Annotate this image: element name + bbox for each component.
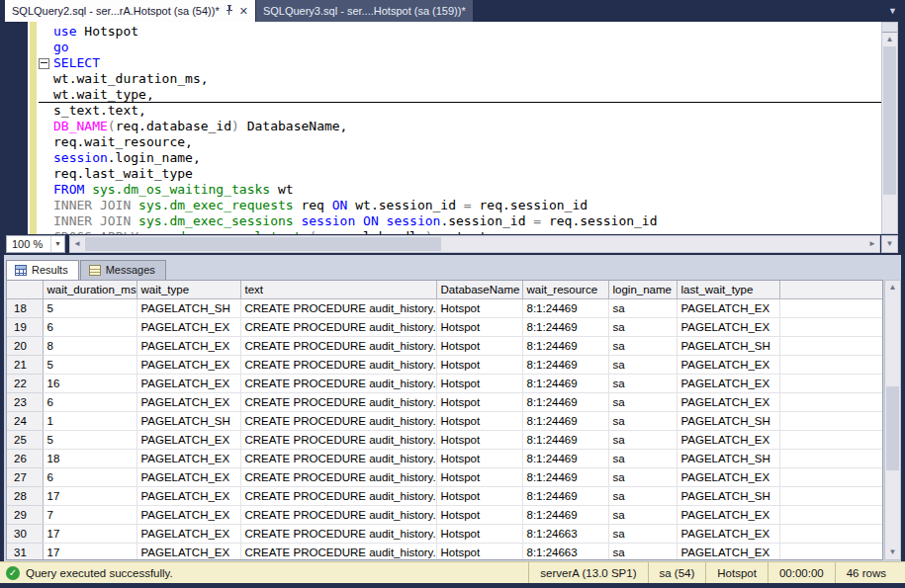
chevron-down-icon[interactable]: ▼ — [50, 236, 64, 252]
grid-cell[interactable]: PAGELATCH_SH — [677, 411, 779, 430]
grid-cell[interactable]: Hotspot — [436, 411, 522, 430]
grid-cell[interactable]: 17 — [43, 543, 136, 560]
row-number[interactable]: 21 — [7, 355, 43, 374]
grid-cell[interactable]: PAGELATCH_EX — [677, 392, 779, 411]
grid-cell[interactable]: Hotspot — [436, 486, 522, 505]
grid-cell[interactable]: sa — [608, 374, 677, 392]
grid-cell[interactable]: PAGELATCH_EX — [677, 430, 779, 449]
grid-cell[interactable]: PAGELATCH_EX — [136, 430, 240, 449]
grid-cell[interactable]: 5 — [43, 430, 136, 449]
grid-cell[interactable]: 8:1:24663 — [522, 524, 608, 543]
column-header[interactable]: DatabaseName — [436, 281, 522, 298]
grid-cell[interactable]: CREATE PROCEDURE audit_history... — [240, 524, 436, 543]
grid-cell[interactable]: PAGELATCH_EX — [136, 336, 240, 355]
grid-cell[interactable]: Hotspot — [436, 336, 522, 355]
grid-cell[interactable]: sa — [608, 298, 677, 317]
grid-cell[interactable]: PAGELATCH_SH — [677, 336, 779, 355]
grid-cell[interactable]: PAGELATCH_EX — [677, 467, 779, 486]
row-number[interactable]: 29 — [7, 505, 43, 524]
grid-cell[interactable]: sa — [608, 486, 677, 505]
grid-cell[interactable]: 5 — [43, 355, 136, 374]
grid-cell[interactable]: CREATE PROCEDURE audit_history... — [240, 411, 436, 430]
grid-cell[interactable]: PAGELATCH_SH — [136, 411, 240, 430]
grid-cell[interactable]: PAGELATCH_EX — [136, 486, 240, 505]
pin-icon[interactable] — [225, 5, 234, 18]
row-number[interactable]: 31 — [7, 543, 43, 560]
grid-cell[interactable]: PAGELATCH_EX — [136, 467, 240, 486]
column-header[interactable]: wait_type — [136, 281, 240, 298]
grid-cell[interactable]: 8:1:24469 — [522, 317, 608, 336]
grid-cell[interactable]: PAGELATCH_EX — [136, 392, 240, 411]
grid-cell[interactable]: PAGELATCH_EX — [136, 543, 240, 560]
grid-cell[interactable]: 8:1:24469 — [522, 505, 608, 524]
grid-cell[interactable]: Hotspot — [436, 392, 522, 411]
grid-cell[interactable]: 8:1:24469 — [522, 298, 608, 317]
grid-cell[interactable]: PAGELATCH_EX — [677, 543, 779, 560]
tab-messages[interactable]: Messages — [80, 260, 166, 280]
grid-cell[interactable]: CREATE PROCEDURE audit_history... — [240, 505, 436, 524]
grid-cell[interactable]: Hotspot — [436, 355, 522, 374]
tab-sqlquery3[interactable]: SQLQuery3.sql - ser....Hotspot (sa (159)… — [256, 0, 473, 22]
tab-results[interactable]: Results — [6, 260, 79, 280]
grid-cell[interactable]: PAGELATCH_EX — [677, 374, 779, 392]
grid-cell[interactable]: 8:1:24469 — [522, 467, 608, 486]
row-number[interactable]: 28 — [7, 486, 43, 505]
code-editor-lines[interactable]: use HotspotgoSELECTwt.wait_duration_ms,w… — [39, 24, 881, 234]
code-editor[interactable]: use HotspotgoSELECTwt.wait_duration_ms,w… — [28, 22, 881, 234]
grid-cell[interactable]: CREATE PROCEDURE audit_history... — [240, 336, 436, 355]
grid-cell[interactable]: PAGELATCH_EX — [136, 524, 240, 543]
grid-cell[interactable]: 8:1:24469 — [522, 411, 608, 430]
scrollbar-thumb[interactable] — [883, 46, 896, 195]
row-number[interactable]: 25 — [7, 430, 43, 449]
grid-cell[interactable]: CREATE PROCEDURE audit_history... — [240, 449, 436, 467]
row-number[interactable]: 18 — [7, 298, 43, 317]
grid-cell[interactable]: CREATE PROCEDURE audit_history... — [240, 298, 436, 317]
grid-cell[interactable]: Hotspot — [436, 449, 522, 467]
grid-cell[interactable]: 16 — [43, 374, 136, 392]
grid-cell[interactable]: sa — [608, 336, 677, 355]
grid-cell[interactable]: 5 — [43, 298, 136, 317]
grid-cell[interactable]: CREATE PROCEDURE audit_history... — [240, 467, 436, 486]
column-header[interactable]: last_wait_type — [677, 281, 779, 298]
tab-list-chevron-icon[interactable]: ▼ — [888, 6, 897, 16]
grid-cell[interactable]: 8:1:24469 — [522, 336, 608, 355]
grid-cell[interactable]: CREATE PROCEDURE audit_history... — [240, 355, 436, 374]
grid-cell[interactable]: sa — [608, 543, 677, 560]
row-number[interactable]: 22 — [7, 374, 43, 392]
grid-cell[interactable]: Hotspot — [436, 374, 522, 392]
grid-cell[interactable]: sa — [608, 411, 677, 430]
grid-cell[interactable]: CREATE PROCEDURE audit_history... — [240, 317, 436, 336]
grid-vertical-scrollbar[interactable]: ▲ ▼ — [884, 280, 901, 560]
grid-cell[interactable]: PAGELATCH_EX — [136, 449, 240, 467]
grid-cell[interactable]: 8:1:24469 — [522, 449, 608, 467]
grid-cell[interactable]: PAGELATCH_EX — [136, 374, 240, 392]
grid-cell[interactable]: sa — [608, 449, 677, 467]
grid-cell[interactable]: 7 — [43, 505, 136, 524]
grid-cell[interactable]: 6 — [43, 317, 136, 336]
grid-cell[interactable]: sa — [608, 505, 677, 524]
tab-sqlquery2[interactable]: SQLQuery2.sql - ser...rA.Hotspot (sa (54… — [5, 0, 255, 22]
column-header[interactable]: wait_duration_ms — [43, 281, 136, 298]
grid-cell[interactable]: PAGELATCH_SH — [136, 298, 240, 317]
editor-horizontal-scrollbar[interactable]: ◄ ► — [69, 235, 880, 253]
grid-cell[interactable]: 17 — [43, 486, 136, 505]
grid-cell[interactable]: PAGELATCH_EX — [136, 355, 240, 374]
grid-cell[interactable]: PAGELATCH_SH — [677, 449, 779, 467]
grid-cell[interactable]: CREATE PROCEDURE audit_history... — [240, 430, 436, 449]
grid-cell[interactable]: PAGELATCH_EX — [677, 524, 779, 543]
grid-cell[interactable]: 17 — [43, 524, 136, 543]
grid-cell[interactable]: 8:1:24469 — [522, 486, 608, 505]
grid-cell[interactable]: Hotspot — [436, 430, 522, 449]
grid-cell[interactable]: 8:1:24469 — [522, 392, 608, 411]
grid-cell[interactable]: Hotspot — [436, 467, 522, 486]
column-header[interactable]: wait_resource — [522, 281, 608, 298]
scroll-down-icon[interactable]: ▼ — [881, 235, 898, 253]
column-header[interactable]: text — [240, 281, 436, 298]
grid-cell[interactable]: CREATE PROCEDURE audit_history... — [240, 392, 436, 411]
grid-cell[interactable]: 18 — [43, 449, 136, 467]
scroll-down-icon[interactable]: ▼ — [885, 546, 900, 559]
close-icon[interactable]: ✕ — [239, 6, 248, 16]
zoom-select[interactable]: 100 % ▼ — [6, 235, 65, 253]
grid-cell[interactable]: PAGELATCH_EX — [677, 505, 779, 524]
grid-cell[interactable]: PAGELATCH_EX — [677, 298, 779, 317]
